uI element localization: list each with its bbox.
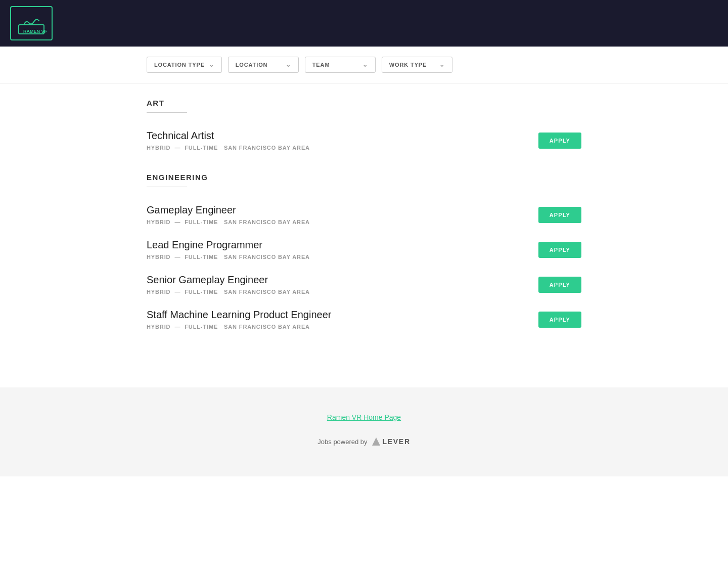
location-type-label: LOCATION TYPE bbox=[154, 62, 205, 68]
work-type: FULL-TIME bbox=[185, 219, 218, 225]
work-type: FULL-TIME bbox=[185, 145, 218, 151]
team-filter[interactable]: TEAM ⌄ bbox=[305, 57, 376, 73]
location-type-filter[interactable]: LOCATION TYPE ⌄ bbox=[147, 57, 222, 73]
lever-text: LEVER bbox=[383, 437, 411, 446]
apply-button-gameplay-engineer[interactable]: APPLY bbox=[538, 207, 581, 223]
work-type: FULL-TIME bbox=[185, 324, 218, 330]
ramen-vr-logo: RAMEN VR bbox=[16, 11, 47, 36]
job-title: Senior Gameplay Engineer bbox=[147, 274, 538, 286]
job-meta: HYBRID — FULL-TIME SAN FRANCISCO BAY ARE… bbox=[147, 254, 538, 260]
svg-text:RAMEN VR: RAMEN VR bbox=[23, 29, 47, 34]
svg-marker-2 bbox=[372, 437, 380, 446]
job-info: Technical ArtistHYBRID — FULL-TIME SAN F… bbox=[147, 130, 538, 151]
main-content: ARTTechnical ArtistHYBRID — FULL-TIME SA… bbox=[0, 83, 728, 367]
lever-logo: LEVER bbox=[372, 437, 411, 446]
job-location: SAN FRANCISCO BAY AREA bbox=[224, 289, 310, 295]
job-info: Senior Gameplay EngineerHYBRID — FULL-TI… bbox=[147, 274, 538, 295]
chevron-down-icon: ⌄ bbox=[439, 61, 445, 68]
table-row: Staff Machine Learning Product EngineerH… bbox=[147, 302, 581, 337]
work-mode: HYBRID bbox=[147, 289, 170, 295]
filters-section: LOCATION TYPE ⌄ LOCATION ⌄ TEAM ⌄ WORK T… bbox=[0, 47, 728, 83]
powered-by-text: Jobs powered by bbox=[317, 438, 367, 446]
dash: — bbox=[172, 145, 183, 151]
footer: Ramen VR Home Page Jobs powered by LEVER bbox=[0, 387, 728, 476]
job-info: Gameplay EngineerHYBRID — FULL-TIME SAN … bbox=[147, 204, 538, 225]
job-meta: HYBRID — FULL-TIME SAN FRANCISCO BAY ARE… bbox=[147, 219, 538, 225]
location-label: LOCATION bbox=[236, 62, 268, 68]
logo-container: RAMEN VR bbox=[10, 6, 53, 40]
work-type-label: WORK TYPE bbox=[389, 62, 427, 68]
job-meta: HYBRID — FULL-TIME SAN FRANCISCO BAY ARE… bbox=[147, 289, 538, 295]
powered-by: Jobs powered by LEVER bbox=[10, 437, 718, 446]
section-divider-engineering bbox=[147, 187, 187, 187]
dash: — bbox=[172, 219, 183, 225]
job-location: SAN FRANCISCO BAY AREA bbox=[224, 324, 310, 330]
team-label: TEAM bbox=[312, 62, 330, 68]
apply-button-staff-ml-product-engineer[interactable]: APPLY bbox=[538, 312, 581, 328]
homepage-link[interactable]: Ramen VR Home Page bbox=[327, 413, 401, 421]
work-mode: HYBRID bbox=[147, 254, 170, 260]
work-type: FULL-TIME bbox=[185, 254, 218, 260]
apply-button-technical-artist[interactable]: APPLY bbox=[538, 133, 581, 149]
job-location: SAN FRANCISCO BAY AREA bbox=[224, 254, 310, 260]
work-mode: HYBRID bbox=[147, 219, 170, 225]
section-title-art: ART bbox=[147, 99, 581, 107]
table-row: Lead Engine ProgrammerHYBRID — FULL-TIME… bbox=[147, 232, 581, 267]
work-type-filter[interactable]: WORK TYPE ⌄ bbox=[382, 57, 452, 73]
chevron-down-icon: ⌄ bbox=[362, 61, 368, 68]
filters-row: LOCATION TYPE ⌄ LOCATION ⌄ TEAM ⌄ WORK T… bbox=[147, 57, 581, 73]
apply-button-lead-engine-programmer[interactable]: APPLY bbox=[538, 242, 581, 258]
job-info: Lead Engine ProgrammerHYBRID — FULL-TIME… bbox=[147, 239, 538, 260]
job-title: Lead Engine Programmer bbox=[147, 239, 538, 251]
job-title: Staff Machine Learning Product Engineer bbox=[147, 309, 538, 321]
chevron-down-icon: ⌄ bbox=[209, 61, 214, 68]
work-mode: HYBRID bbox=[147, 145, 170, 151]
table-row: Senior Gameplay EngineerHYBRID — FULL-TI… bbox=[147, 267, 581, 302]
work-mode: HYBRID bbox=[147, 324, 170, 330]
job-title: Gameplay Engineer bbox=[147, 204, 538, 216]
dash: — bbox=[172, 324, 183, 330]
section-art: ARTTechnical ArtistHYBRID — FULL-TIME SA… bbox=[147, 99, 581, 158]
job-title: Technical Artist bbox=[147, 130, 538, 142]
logo-box: RAMEN VR bbox=[10, 6, 53, 40]
chevron-down-icon: ⌄ bbox=[286, 61, 291, 68]
table-row: Technical ArtistHYBRID — FULL-TIME SAN F… bbox=[147, 123, 581, 158]
table-row: Gameplay EngineerHYBRID — FULL-TIME SAN … bbox=[147, 197, 581, 232]
section-engineering: ENGINEERINGGameplay EngineerHYBRID — FUL… bbox=[147, 173, 581, 337]
section-title-engineering: ENGINEERING bbox=[147, 173, 581, 182]
job-info: Staff Machine Learning Product EngineerH… bbox=[147, 309, 538, 330]
sections-container: ARTTechnical ArtistHYBRID — FULL-TIME SA… bbox=[147, 99, 581, 337]
header: RAMEN VR bbox=[0, 0, 728, 47]
lever-icon bbox=[372, 437, 381, 446]
apply-button-senior-gameplay-engineer[interactable]: APPLY bbox=[538, 277, 581, 293]
work-type: FULL-TIME bbox=[185, 289, 218, 295]
job-meta: HYBRID — FULL-TIME SAN FRANCISCO BAY ARE… bbox=[147, 324, 538, 330]
dash: — bbox=[172, 254, 183, 260]
job-location: SAN FRANCISCO BAY AREA bbox=[224, 145, 310, 151]
job-meta: HYBRID — FULL-TIME SAN FRANCISCO BAY ARE… bbox=[147, 145, 538, 151]
location-filter[interactable]: LOCATION ⌄ bbox=[228, 57, 299, 73]
dash: — bbox=[172, 289, 183, 295]
job-location: SAN FRANCISCO BAY AREA bbox=[224, 219, 310, 225]
section-divider-art bbox=[147, 112, 187, 113]
